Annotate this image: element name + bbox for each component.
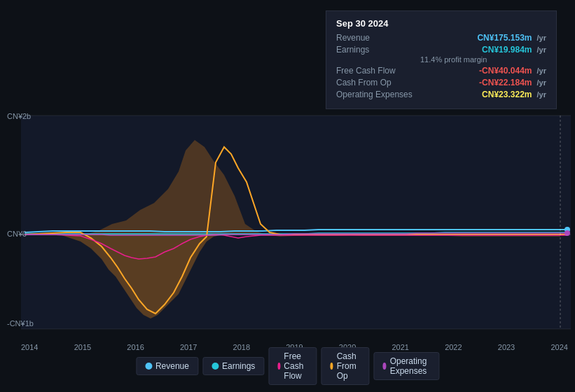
- legend-item-earnings[interactable]: Earnings: [202, 357, 264, 375]
- tooltip-date: Sep 30 2024: [336, 18, 546, 29]
- tooltip-row-cashfromop: Cash From Op -CN¥22.184m /yr: [336, 78, 546, 88]
- x-label-2014: 2014: [21, 343, 38, 351]
- legend-dot-revenue: [145, 363, 152, 370]
- legend-item-opex[interactable]: Operating Expenses: [373, 352, 439, 380]
- chart-container: CN¥2b CN¥0 -CN¥1b 2014 2015 2016 2017 20…: [0, 0, 575, 392]
- tooltip-row-opex: Operating Expenses CN¥23.322m /yr: [336, 90, 546, 99]
- x-label-2023: 2023: [498, 343, 515, 351]
- tooltip-unit-opex: /yr: [534, 90, 546, 99]
- tooltip-value-cashfromop: -CN¥22.184m /yr: [479, 78, 546, 88]
- tooltip-row-fcf: Free Cash Flow -CN¥40.044m /yr: [336, 66, 546, 76]
- legend-dot-cashfromop: [330, 363, 333, 370]
- tooltip-label-earnings: Earnings: [336, 45, 420, 55]
- legend-item-cashfromop[interactable]: Cash From Op: [321, 347, 369, 385]
- legend-label-revenue: Revenue: [155, 361, 189, 371]
- tooltip-row-revenue: Revenue CN¥175.153m /yr: [336, 33, 546, 43]
- y-label-zero: CN¥0: [7, 230, 27, 238]
- tooltip-value-fcf: -CN¥40.044m /yr: [479, 66, 546, 76]
- tooltip-label-fcf: Free Cash Flow: [336, 66, 420, 76]
- x-label-2022: 2022: [445, 343, 462, 351]
- tooltip-label-opex: Operating Expenses: [336, 90, 420, 99]
- legend-dot-earnings: [212, 363, 219, 370]
- zero-line: [21, 234, 568, 235]
- profit-margin-text: 11.4% profit margin: [336, 55, 546, 64]
- legend-dot-opex: [382, 363, 386, 370]
- tooltip-label-cashfromop: Cash From Op: [336, 78, 420, 88]
- legend-label-opex: Operating Expenses: [390, 356, 430, 376]
- legend-label-cashfromop: Cash From Op: [337, 351, 361, 381]
- chart-legend: Revenue Earnings Free Cash Flow Cash Fro…: [136, 347, 439, 385]
- tooltip-label-revenue: Revenue: [336, 33, 420, 43]
- tooltip-unit-fcf: /yr: [534, 66, 546, 75]
- legend-item-fcf[interactable]: Free Cash Flow: [268, 347, 317, 385]
- y-label-top: CN¥2b: [7, 112, 31, 120]
- y-label-bottom: -CN¥1b: [7, 319, 34, 328]
- tooltip-unit-earnings: /yr: [534, 46, 546, 54]
- svg-rect-0: [21, 115, 571, 329]
- tooltip-box: Sep 30 2024 Revenue CN¥175.153m /yr Earn…: [326, 10, 557, 109]
- legend-dot-fcf: [277, 363, 280, 370]
- x-label-2015: 2015: [74, 343, 91, 351]
- tooltip-row-earnings: Earnings CN¥19.984m /yr: [336, 45, 546, 55]
- x-label-2024: 2024: [550, 343, 567, 351]
- tooltip-unit-cashfromop: /yr: [534, 78, 546, 87]
- legend-item-revenue[interactable]: Revenue: [136, 357, 198, 375]
- legend-label-fcf: Free Cash Flow: [284, 351, 307, 381]
- tooltip-unit-revenue: /yr: [534, 34, 546, 42]
- tooltip-value-revenue: CN¥175.153m /yr: [477, 33, 546, 43]
- tooltip-value-earnings: CN¥19.984m /yr: [482, 45, 546, 55]
- tooltip-value-opex: CN¥23.322m /yr: [482, 90, 546, 99]
- legend-label-earnings: Earnings: [222, 361, 255, 371]
